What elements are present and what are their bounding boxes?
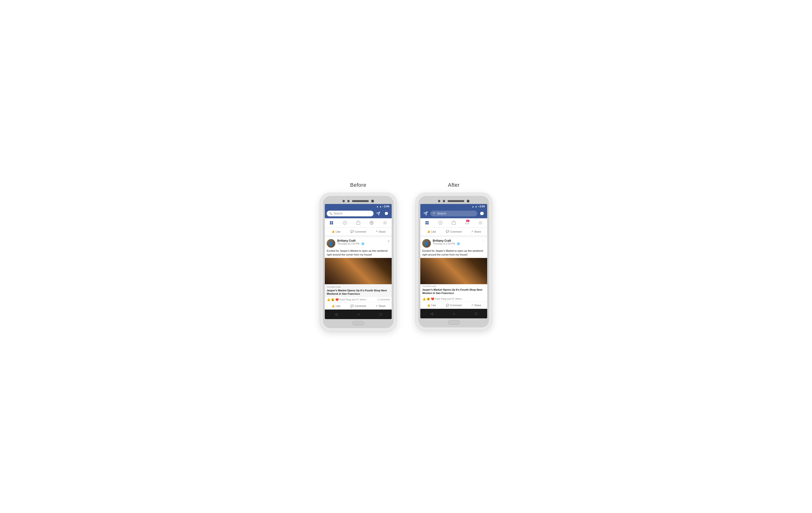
before-label: Before [350, 182, 366, 188]
before-phone-speaker [352, 200, 369, 202]
after-like-label-top: Like [431, 230, 436, 233]
after-recents-button[interactable]: □ [470, 311, 482, 316]
before-nav-bar [325, 218, 392, 228]
before-phone-dot-right [347, 200, 350, 202]
after-back-button[interactable]: ◁ [426, 311, 438, 316]
after-messenger-icon[interactable] [478, 210, 485, 217]
after-send-icon[interactable] [422, 210, 429, 217]
before-reactions-left: 👍 😮 ❤️ Kara Pang and 47 others [327, 298, 366, 302]
after-post-header: 👤 Brittany Craft Thursday at 2:04 PM · 🌐… [420, 237, 487, 249]
before-share-icon-top: ↗ [375, 230, 378, 233]
before-nav-video[interactable] [338, 219, 352, 226]
after-action-share-bottom[interactable]: ↗ Share [465, 303, 487, 308]
after-reaction-heart-emoji: ❤️ [431, 297, 434, 301]
before-recents-button[interactable]: □ [375, 311, 386, 317]
after-reactions-left: 👍 😮 ❤️ Kara Pang and 47 others [422, 297, 462, 301]
after-action-comment-bottom[interactable]: 💬 Comment [442, 303, 465, 308]
svg-rect-17 [427, 221, 429, 223]
before-post-meta: Brittany Craft Thursday at 2:04 PM · 🌐 [337, 239, 385, 245]
after-time-text: Thursday at 2:04 PM · 🌐 [433, 243, 460, 245]
before-messenger-icon[interactable] [383, 210, 390, 217]
before-phone-inner: ▲ ▲ ▪ 2:04 🔍 Search [323, 196, 394, 328]
after-post-image [420, 258, 487, 284]
svg-rect-4 [330, 223, 331, 225]
before-like-label-top: Like [336, 230, 341, 233]
after-nav-video[interactable] [434, 219, 447, 226]
after-link-domain: TASTER.COM [420, 284, 487, 288]
after-comment-icon-top: 💬 [446, 230, 449, 233]
svg-rect-22 [452, 222, 456, 225]
before-like-icon-top: 👍 [331, 230, 335, 233]
before-action-comment-bottom[interactable]: 💬 Comment [347, 304, 369, 309]
after-search-bar[interactable]: 🔍 Search [430, 211, 477, 217]
after-nav-marketplace[interactable] [447, 219, 460, 226]
before-search-text: Search [334, 212, 343, 215]
svg-rect-18 [425, 223, 427, 225]
before-reaction-like-emoji: 👍 [327, 298, 330, 302]
after-search-icon: 🔍 [433, 212, 436, 215]
after-post-actions-top: 👍 Like 💬 Comment ↗ Share [420, 228, 487, 236]
before-chevron-icon[interactable]: ∨ [387, 239, 390, 243]
before-post-actions-bottom: 👍 Like 💬 Comment ↗ Share [325, 302, 392, 310]
before-phone-camera [371, 200, 374, 202]
after-android-nav: ◁ ○ □ [420, 309, 487, 318]
after-phone-inner: ▲ ▲ ▪ 2:04 🔍 Search [418, 196, 489, 327]
before-nav-home[interactable] [325, 219, 338, 226]
before-home-btn-shape[interactable] [352, 321, 364, 325]
after-phone-camera [467, 200, 469, 202]
before-section: Before ▲ ▲ ▪ [320, 182, 397, 331]
before-status-bar: ▲ ▲ ▪ 2:04 [325, 204, 392, 209]
svg-rect-8 [356, 222, 360, 225]
before-like-icon-bottom: 👍 [331, 305, 335, 308]
after-time: 2:04 [480, 205, 485, 208]
before-time: 2:04 [384, 205, 389, 208]
after-like-label-bottom: Like [431, 304, 436, 307]
before-action-like-bottom[interactable]: 👍 Like [325, 304, 347, 309]
before-home-button[interactable]: ○ [353, 311, 364, 317]
before-search-bar[interactable]: 🔍 Search [327, 211, 374, 217]
before-nav-marketplace[interactable] [352, 219, 365, 226]
before-action-comment-top[interactable]: 💬 Comment [347, 229, 369, 234]
before-android-nav: ◁ ○ □ [325, 310, 392, 319]
after-nav-home[interactable] [420, 219, 434, 226]
after-link-title: Jasper's Market Opens Up It's Fourth Sho… [420, 288, 487, 296]
after-nav-notifications[interactable]: 2 [460, 219, 474, 226]
before-action-share-top[interactable]: ↗ Share [370, 229, 392, 234]
before-action-like-top[interactable]: 👍 Like [325, 229, 347, 234]
before-send-icon[interactable] [375, 210, 382, 217]
after-action-share-top[interactable]: ↗ Share [465, 229, 487, 234]
after-home-button[interactable]: ○ [448, 311, 460, 316]
svg-rect-2 [330, 221, 331, 223]
after-phone-speaker [447, 200, 464, 202]
after-bread-visual [420, 258, 487, 284]
after-action-like-bottom[interactable]: 👍 Like [420, 303, 442, 308]
svg-rect-16 [425, 221, 427, 223]
before-back-button[interactable]: ◁ [330, 311, 342, 317]
before-nav-globe[interactable] [365, 219, 378, 226]
before-post-actions-top: 👍 Like 💬 Comment ↗ Share [325, 228, 392, 236]
after-phone-top-bar [420, 198, 487, 204]
before-share-label-bottom: Share [379, 305, 385, 307]
before-action-share-bottom[interactable]: ↗ Share [370, 304, 392, 309]
before-post-card: 👤 Brittany Craft Thursday at 2:04 PM · 🌐… [325, 237, 392, 309]
before-post-image [325, 258, 392, 284]
after-action-like-top[interactable]: 👍 Like [420, 229, 442, 234]
after-three-dots-icon[interactable]: ··· [482, 239, 485, 243]
after-battery-icon: ▪ [478, 205, 479, 208]
after-share-label-top: Share [474, 230, 481, 233]
before-like-label-bottom: Like [336, 305, 341, 307]
after-home-btn-shape[interactable] [448, 320, 460, 324]
before-post-author: Brittany Craft [337, 239, 385, 243]
after-wifi-icon: ▲ [472, 205, 474, 208]
before-link-preview[interactable]: TASTER.COM Jasper's Market Opens Up It's… [325, 284, 392, 297]
before-nav-menu[interactable] [378, 219, 392, 226]
before-reactions-bar: 👍 😮 ❤️ Kara Pang and 47 others 1 Comment [325, 297, 392, 302]
before-reactions-text: Kara Pang and 47 others [340, 298, 366, 301]
before-post-text: Excited for Jasper's Market to open up t… [325, 249, 392, 258]
after-section: After ▲ ▲ ▪ [415, 182, 492, 330]
after-action-comment-top[interactable]: 💬 Comment [442, 229, 465, 234]
after-like-icon-top: 👍 [427, 230, 430, 233]
after-post-meta: Brittany Craft Thursday at 2:04 PM · 🌐 [433, 239, 480, 245]
after-nav-menu[interactable] [474, 219, 487, 226]
after-phone-shell: ▲ ▲ ▪ 2:04 🔍 Search [415, 193, 492, 330]
